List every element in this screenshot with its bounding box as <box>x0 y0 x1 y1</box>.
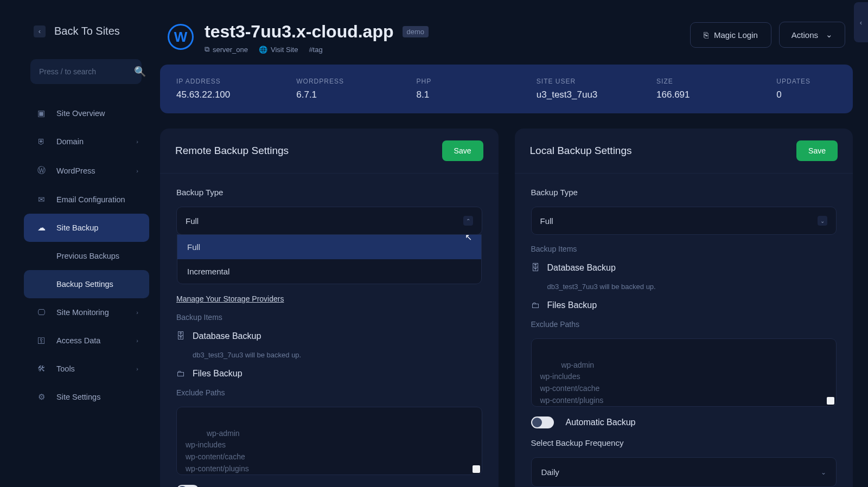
panels: Remote Backup Settings Save Backup Type … <box>160 129 853 487</box>
backup-type-select[interactable]: Full ⌄ <box>531 207 837 235</box>
files-backup-item: 🗀 Files Backup <box>176 369 482 379</box>
chevron-right-icon: › <box>136 337 138 344</box>
database-icon: 🗄 <box>531 263 540 273</box>
site-header: W test3-7uu3.x-cloud.app demo ⧉ server_o… <box>160 5 853 65</box>
db-desc: db3_test3_7uu3 will be backed up. <box>193 351 482 359</box>
stat-user: SITE USER u3_test3_7uu3 <box>537 78 656 100</box>
exclude-paths-label: Exclude Paths <box>531 320 837 329</box>
tag-label[interactable]: #tag <box>309 46 322 54</box>
nav-label: Site Monitoring <box>56 308 109 317</box>
envelope-icon: ✉ <box>37 195 46 204</box>
save-button[interactable]: Save <box>796 140 838 161</box>
nav-label: Backup Settings <box>56 280 113 289</box>
main-content: W test3-7uu3.x-cloud.app demo ⧉ server_o… <box>155 0 868 487</box>
wordpress-logo-icon: W <box>168 24 194 50</box>
back-label: Back To Sites <box>54 25 120 37</box>
cursor-icon: ↖ <box>465 232 472 242</box>
folder-icon: 🗀 <box>176 369 185 379</box>
save-button[interactable]: Save <box>442 140 483 161</box>
grid-icon: ▣ <box>37 109 46 118</box>
sidebar-sub-previous-backups[interactable]: Previous Backups <box>24 242 149 270</box>
sidebar-item-tools[interactable]: 🛠 Tools › <box>24 355 149 383</box>
exit-icon: ⎘ <box>704 30 709 40</box>
globe-icon: 🌐 <box>259 46 267 54</box>
sidebar-item-backup[interactable]: ☁ Site Backup <box>24 214 149 242</box>
magic-login-button[interactable]: ⎘ Magic Login <box>690 22 771 48</box>
resize-handle[interactable] <box>827 397 834 405</box>
chevron-right-icon: › <box>136 138 138 145</box>
sidebar-item-monitoring[interactable]: 🖵 Site Monitoring › <box>24 298 149 326</box>
visit-site-link[interactable]: 🌐 Visit Site <box>259 46 298 54</box>
header-info: test3-7uu3.x-cloud.app demo ⧉ server_one… <box>205 22 429 54</box>
collapse-right-tab[interactable]: ‹ <box>854 2 868 42</box>
server-link[interactable]: ⧉ server_one <box>205 45 248 54</box>
nav-label: WordPress <box>56 166 95 175</box>
backup-items-label: Backup Items <box>531 245 837 253</box>
search-box[interactable]: 🔍 <box>30 59 142 84</box>
site-title: test3-7uu3.x-cloud.app <box>205 22 394 42</box>
sidebar-item-domain[interactable]: ⛨ Domain › <box>24 127 149 156</box>
nav-label: Site Overview <box>56 109 105 118</box>
search-input[interactable] <box>39 67 134 76</box>
chevron-up-icon: ⌃ <box>463 216 473 226</box>
nav-label: Site Settings <box>56 393 100 401</box>
backup-items-label: Backup Items <box>176 313 482 322</box>
sidebar-sub-backup-settings[interactable]: Backup Settings <box>24 270 149 298</box>
stat-php: PHP 8.1 <box>417 78 537 100</box>
remote-backup-panel: Remote Backup Settings Save Backup Type … <box>160 129 499 487</box>
gear-icon: ⚙ <box>37 393 46 401</box>
sidebar-item-wordpress[interactable]: Ⓦ WordPress › <box>24 156 149 185</box>
frequency-select[interactable]: Daily ⌄ <box>531 457 837 487</box>
files-backup-item: 🗀 Files Backup <box>531 300 837 310</box>
demo-badge: demo <box>403 26 429 37</box>
db-desc: db3_test3_7uu3 will be backed up. <box>547 283 837 291</box>
sidebar-item-overview[interactable]: ▣ Site Overview <box>24 99 149 127</box>
stat-wordpress: WORDPRESS 6.7.1 <box>296 78 416 100</box>
nav-label: Site Backup <box>56 223 98 232</box>
chevron-right-icon: › <box>136 309 138 316</box>
chevron-right-icon: › <box>136 168 138 174</box>
shield-icon: ⛨ <box>37 137 46 146</box>
stat-size: SIZE 166.691 <box>656 78 776 100</box>
backup-type-label: Backup Type <box>176 188 482 197</box>
monitor-icon: 🖵 <box>37 308 46 317</box>
tools-icon: 🛠 <box>37 364 46 373</box>
freq-label: Select Backup Frequency <box>531 438 837 447</box>
database-icon: 🗄 <box>176 331 185 341</box>
panel-title: Remote Backup Settings <box>175 145 289 157</box>
stat-ip: IP ADDRESS 45.63.22.100 <box>176 78 296 100</box>
database-backup-item: 🗄 Database Backup <box>531 263 837 273</box>
back-to-sites[interactable]: ‹ Back To Sites <box>24 25 149 37</box>
database-backup-item: 🗄 Database Backup <box>176 331 482 341</box>
sidebar-item-access[interactable]: ⚿ Access Data › <box>24 326 149 355</box>
wordpress-icon: Ⓦ <box>37 165 46 176</box>
chevron-down-icon: ⌄ <box>821 469 826 476</box>
sidebar-item-email[interactable]: ✉ Email Configuration <box>24 185 149 214</box>
sidebar: ‹ Back To Sites 🔍 ▣ Site Overview ⛨ Doma… <box>0 0 155 487</box>
dropdown-option-incremental[interactable]: Incremental <box>177 259 481 284</box>
chevron-left-icon: ‹ <box>34 25 46 37</box>
actions-dropdown[interactable]: Actions ⌄ <box>779 22 845 48</box>
nav-label: Email Configuration <box>56 195 125 204</box>
backup-type-select[interactable]: Full ⌃ ↖ Full Incremental <box>176 207 482 235</box>
automatic-backup-toggle[interactable] <box>531 416 554 428</box>
dropdown-option-full[interactable]: Full <box>177 235 481 259</box>
key-icon: ⚿ <box>37 336 46 345</box>
stats-bar: IP ADDRESS 45.63.22.100 WORDPRESS 6.7.1 … <box>160 65 853 113</box>
automatic-backup-toggle[interactable] <box>176 485 199 487</box>
automatic-backup-toggle-row: Automatic Backup <box>176 485 482 487</box>
folder-icon: 🗀 <box>531 300 540 310</box>
server-icon: ⧉ <box>205 45 209 54</box>
chevron-right-icon: › <box>136 366 138 372</box>
chevron-down-icon: ⌄ <box>826 30 833 40</box>
exclude-paths-textarea[interactable]: wp-admin wp-includes wp-content/cache wp… <box>531 338 837 407</box>
exclude-paths-textarea[interactable]: wp-admin wp-includes wp-content/cache wp… <box>176 407 482 475</box>
exclude-paths-label: Exclude Paths <box>176 388 482 397</box>
sidebar-item-settings[interactable]: ⚙ Site Settings <box>24 383 149 411</box>
backup-type-label: Backup Type <box>531 188 837 197</box>
nav-label: Tools <box>56 364 75 373</box>
manage-storage-link[interactable]: Manage Your Storage Providers <box>176 294 482 303</box>
cloud-icon: ☁ <box>37 223 46 232</box>
resize-handle[interactable] <box>473 465 480 473</box>
stat-updates: UPDATES 0 <box>776 78 837 100</box>
